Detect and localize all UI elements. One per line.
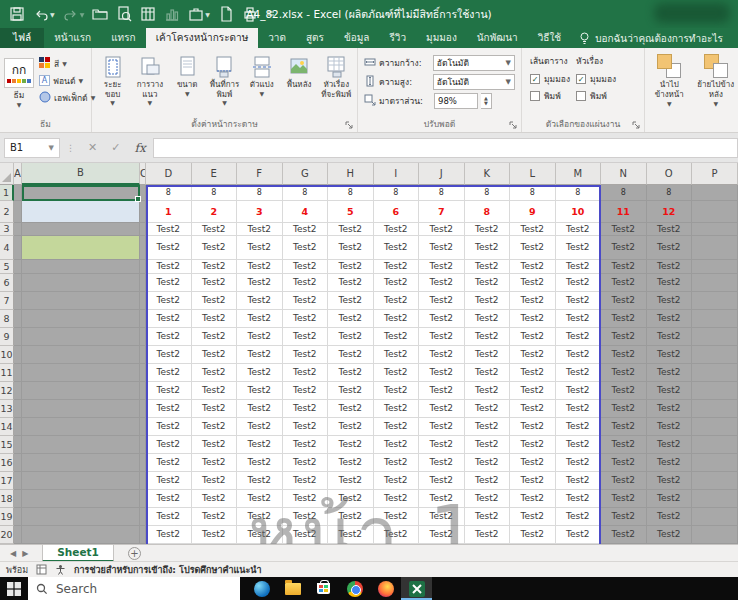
cell-B6[interactable]	[22, 274, 140, 292]
cell-K10[interactable]: Test2	[465, 346, 511, 364]
cell-G1[interactable]: 8	[283, 185, 329, 201]
cell-O5[interactable]: Test2	[647, 260, 693, 274]
cell-E20[interactable]: Test2	[192, 526, 238, 544]
cell-I6[interactable]: Test2	[374, 274, 420, 292]
col-header-I[interactable]: I	[374, 163, 420, 185]
cell-K14[interactable]: Test2	[465, 418, 511, 436]
cell-N6[interactable]: Test2	[601, 274, 647, 292]
cell-I15[interactable]: Test2	[374, 436, 420, 454]
row-header-19[interactable]: 19	[0, 508, 14, 526]
cell-D19[interactable]: Test2	[146, 508, 192, 526]
cell-P4[interactable]	[692, 236, 738, 260]
cell-D14[interactable]: Test2	[146, 418, 192, 436]
cell-H5[interactable]: Test2	[328, 260, 374, 274]
col-header-O[interactable]: O	[647, 163, 693, 185]
sheet-nav-arrows[interactable]: ◀▶	[0, 549, 42, 558]
cell-M2[interactable]: 10	[556, 201, 602, 223]
cell-F17[interactable]: Test2	[237, 472, 283, 490]
cell-L10[interactable]: Test2	[510, 346, 556, 364]
cell-P1[interactable]	[692, 185, 738, 201]
cell-J7[interactable]: Test2	[419, 292, 465, 310]
send-backward-button[interactable]: ย้ายไปข้างหลัง▼	[696, 54, 737, 130]
cell-I18[interactable]: Test2	[374, 490, 420, 508]
cell-J15[interactable]: Test2	[419, 436, 465, 454]
col-header-E[interactable]: E	[192, 163, 238, 185]
cell-P18[interactable]	[692, 490, 738, 508]
cell-M12[interactable]: Test2	[556, 382, 602, 400]
cell-N13[interactable]: Test2	[601, 400, 647, 418]
tab-วาด[interactable]: วาด	[258, 28, 296, 48]
cell-M8[interactable]: Test2	[556, 310, 602, 328]
row-header-17[interactable]: 17	[0, 472, 14, 490]
cell-I3[interactable]: Test2	[374, 223, 420, 236]
cell-F1[interactable]: 8	[237, 185, 283, 201]
cell-H7[interactable]: Test2	[328, 292, 374, 310]
tab-เค้าโครงหน้ากระดาษ[interactable]: เค้าโครงหน้ากระดาษ	[146, 28, 259, 48]
cell-D4[interactable]: Test2	[146, 236, 192, 260]
cell-D3[interactable]: Test2	[146, 223, 192, 236]
cell-F19[interactable]: Test2	[237, 508, 283, 526]
theme-fonts-button[interactable]: Aฟอนต์▼	[37, 72, 97, 89]
cell-E2[interactable]: 2	[192, 201, 238, 223]
cell-I7[interactable]: Test2	[374, 292, 420, 310]
cell-J20[interactable]: Test2	[419, 526, 465, 544]
cell-L6[interactable]: Test2	[510, 274, 556, 292]
cell-A15[interactable]	[14, 436, 22, 454]
cell-E18[interactable]: Test2	[192, 490, 238, 508]
cell-H2[interactable]: 5	[328, 201, 374, 223]
col-header-A[interactable]: A	[14, 163, 22, 185]
cell-K17[interactable]: Test2	[465, 472, 511, 490]
cell-J6[interactable]: Test2	[419, 274, 465, 292]
cell-H3[interactable]: Test2	[328, 223, 374, 236]
cell-A7[interactable]	[14, 292, 22, 310]
col-header-L[interactable]: L	[510, 163, 556, 185]
chart-button[interactable]	[161, 3, 183, 25]
cell-J12[interactable]: Test2	[419, 382, 465, 400]
cell-B10[interactable]	[22, 346, 140, 364]
col-header-P[interactable]: P	[692, 163, 738, 185]
cell-F13[interactable]: Test2	[237, 400, 283, 418]
page-setup-dialog-launcher-icon[interactable]	[344, 120, 354, 130]
cell-J18[interactable]: Test2	[419, 490, 465, 508]
cell-B12[interactable]	[22, 382, 140, 400]
cell-F3[interactable]: Test2	[237, 223, 283, 236]
cell-J9[interactable]: Test2	[419, 328, 465, 346]
cell-H16[interactable]: Test2	[328, 454, 374, 472]
cell-M16[interactable]: Test2	[556, 454, 602, 472]
cell-N7[interactable]: Test2	[601, 292, 647, 310]
cell-G19[interactable]: Test2	[283, 508, 329, 526]
cell-B20[interactable]	[22, 526, 140, 544]
cell-D6[interactable]: Test2	[146, 274, 192, 292]
cell-G8[interactable]: Test2	[283, 310, 329, 328]
cell-P2[interactable]	[692, 201, 738, 223]
cell-M9[interactable]: Test2	[556, 328, 602, 346]
breaks-button[interactable]: ตัวแบ่ง ▼	[243, 52, 280, 118]
cell-J11[interactable]: Test2	[419, 364, 465, 382]
cell-L18[interactable]: Test2	[510, 490, 556, 508]
cell-P16[interactable]	[692, 454, 738, 472]
cell-D18[interactable]: Test2	[146, 490, 192, 508]
new-document-button[interactable]	[215, 3, 237, 25]
cell-D10[interactable]: Test2	[146, 346, 192, 364]
checkbox-หัวเรื่อง-พิมพ์[interactable]: พิมพ์	[576, 89, 616, 103]
cell-O13[interactable]: Test2	[647, 400, 693, 418]
row-header-5[interactable]: 5	[0, 260, 14, 274]
cell-P14[interactable]	[692, 418, 738, 436]
cell-F4[interactable]: Test2	[237, 236, 283, 260]
cell-A18[interactable]	[14, 490, 22, 508]
col-header-J[interactable]: J	[419, 163, 465, 185]
cell-N5[interactable]: Test2	[601, 260, 647, 274]
cell-N17[interactable]: Test2	[601, 472, 647, 490]
tab-มุมมอง[interactable]: มุมมอง	[416, 28, 467, 48]
cell-P10[interactable]	[692, 346, 738, 364]
cell-F11[interactable]: Test2	[237, 364, 283, 382]
cell-O9[interactable]: Test2	[647, 328, 693, 346]
cell-D8[interactable]: Test2	[146, 310, 192, 328]
cell-L3[interactable]: Test2	[510, 223, 556, 236]
col-header-M[interactable]: M	[556, 163, 602, 185]
cell-H10[interactable]: Test2	[328, 346, 374, 364]
quick-table-button[interactable]	[137, 3, 159, 25]
cell-F8[interactable]: Test2	[237, 310, 283, 328]
cell-L11[interactable]: Test2	[510, 364, 556, 382]
cell-B3[interactable]	[22, 223, 140, 236]
